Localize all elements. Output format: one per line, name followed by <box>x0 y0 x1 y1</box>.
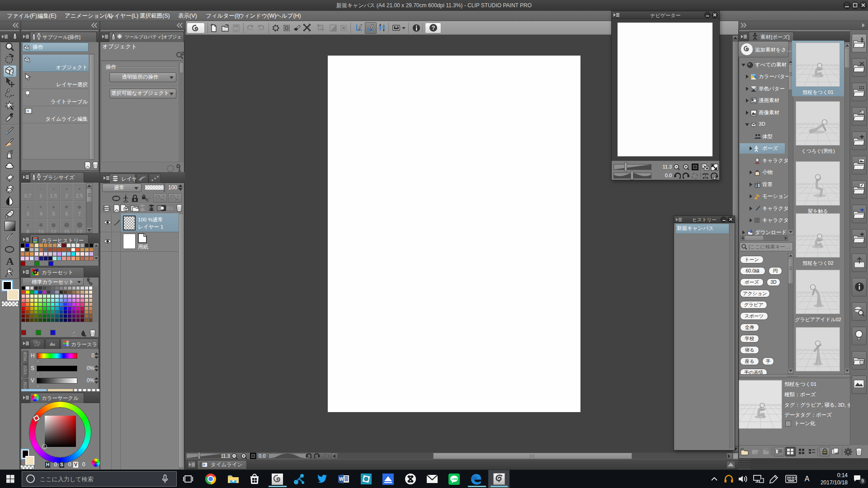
svg-text:LINE: LINE <box>452 478 458 480</box>
svg-text:W: W <box>339 477 344 482</box>
